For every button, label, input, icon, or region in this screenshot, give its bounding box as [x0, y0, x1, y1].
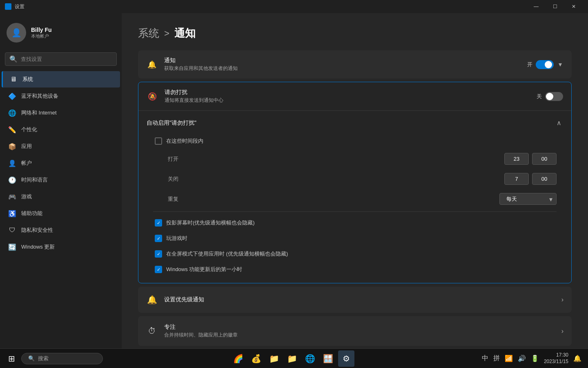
- taskbar-app-folder1[interactable]: 📁: [266, 350, 283, 367]
- taskbar-app-store[interactable]: 🪟: [320, 350, 336, 367]
- taskbar-app-folder2[interactable]: 📁: [284, 350, 301, 367]
- titlebar: 设置 — ☐ ✕: [0, 0, 588, 13]
- open-hour-input[interactable]: 23: [504, 153, 529, 165]
- dnd-text: 请勿打扰 通知将直接发送到通知中心: [165, 89, 530, 104]
- breadcrumb-separator: >: [164, 28, 169, 39]
- focus-card[interactable]: ⏱ 专注 合并持续时间、隐藏应用上的徽章 ›: [138, 316, 572, 346]
- repeat-select[interactable]: 每天 工作日 周末: [499, 193, 557, 205]
- dnd-card: 🔕 请勿打扰 通知将直接发送到通知中心 关 自动启用"请勿打扰" ∧: [138, 82, 572, 283]
- sidebar-label-accessibility: 辅助功能: [21, 210, 42, 217]
- close-hour-input[interactable]: 7: [504, 173, 529, 185]
- taskbar-volume[interactable]: 🔊: [518, 355, 526, 362]
- search-bar[interactable]: 🔍: [5, 52, 117, 66]
- win-update-checkbox[interactable]: [155, 266, 162, 273]
- taskbar-search-label: 搜索: [38, 355, 49, 362]
- notification-text: 通知 获取来自应用和其他发送者的通知: [164, 57, 521, 72]
- dnd-icon: 🔕: [147, 91, 158, 102]
- user-name: Billy Fu: [31, 27, 52, 33]
- sidebar-label-personalize: 个性化: [21, 126, 37, 133]
- user-subtitle: 本地帐户: [31, 33, 52, 39]
- main-content: 系统 > 通知 🔔 通知 获取来自应用和其他发送者的通知 开 ▾: [122, 13, 588, 368]
- sidebar-item-system[interactable]: 🖥 系统: [2, 71, 120, 88]
- sidebar-item-apps[interactable]: 📦 应用: [2, 138, 120, 155]
- repeat-label: 重复: [168, 195, 178, 203]
- auto-dnd-collapse-btn[interactable]: ∧: [555, 117, 563, 128]
- breadcrumb-parent: 系统: [138, 26, 159, 40]
- dnd-toggle-area: 关: [537, 92, 563, 101]
- sidebar-item-personalize[interactable]: ✏️ 个性化: [2, 121, 120, 138]
- auto-dnd-label: 自动启用"请勿打扰": [147, 119, 196, 127]
- sidebar-item-accessibility[interactable]: ♿ 辅助功能: [2, 205, 120, 222]
- close-min-input[interactable]: 00: [532, 173, 557, 185]
- fullscreen-checkbox[interactable]: [155, 250, 162, 258]
- maximize-button[interactable]: ☐: [546, 0, 564, 13]
- sidebar-item-accounts[interactable]: 👤 帐户: [2, 155, 120, 171]
- taskbar-ime2: 拼: [493, 354, 500, 363]
- time-icon: 🕐: [8, 176, 16, 184]
- update-icon: 🔄: [8, 243, 16, 251]
- auto-dnd-title: 自动启用"请勿打扰" ∧: [147, 117, 563, 133]
- accounts-icon: 👤: [8, 159, 16, 167]
- notification-expand-btn[interactable]: ▾: [557, 59, 564, 70]
- sidebar-item-gaming[interactable]: 🎮 游戏: [2, 188, 120, 205]
- network-icon: 🌐: [8, 109, 16, 117]
- auto-dnd-section: 自动启用"请勿打扰" ∧ 在这些时间段内 打开 23 00: [138, 111, 571, 283]
- taskbar-time: 17:302023/11/15: [544, 352, 568, 365]
- app-icon: [5, 3, 11, 10]
- project-screen-checkbox[interactable]: [155, 219, 162, 227]
- bluetooth-icon: 🔷: [8, 92, 16, 100]
- schedule-checkbox-row: 在这些时间段内: [147, 133, 563, 149]
- sidebar-item-privacy[interactable]: 🛡 隐私和安全性: [2, 222, 120, 238]
- user-section: 👤 Billy Fu 本地帐户: [0, 13, 122, 49]
- taskbar-app-settings[interactable]: ⚙: [338, 350, 354, 367]
- dnd-toggle-label: 关: [537, 93, 542, 100]
- notification-row: 🔔 通知 获取来自应用和其他发送者的通知 开 ▾: [138, 50, 572, 79]
- taskbar-notification-bell[interactable]: 🔔: [573, 355, 581, 362]
- sidebar-item-bluetooth[interactable]: 🔷 蓝牙和其他设备: [2, 88, 120, 104]
- taskbar-app-finance[interactable]: 💰: [248, 350, 265, 367]
- open-min-input[interactable]: 00: [532, 153, 557, 165]
- sidebar-item-time[interactable]: 🕐 时间和语言: [2, 172, 120, 188]
- focus-text: 专注 合并持续时间、隐藏应用上的徽章: [164, 323, 555, 339]
- fullscreen-row: 在全屏模式下使用应用时 (优先级通知横幅也会隐藏): [147, 246, 563, 262]
- avatar: 👤: [7, 23, 26, 43]
- taskbar-right: 中 拼 📶 🔊 🔋 17:302023/11/15 🔔: [482, 352, 585, 365]
- sidebar-item-network[interactable]: 🌐 网络和 Internet: [2, 105, 120, 121]
- user-info: Billy Fu 本地帐户: [31, 27, 52, 39]
- focus-arrow: ›: [561, 328, 564, 335]
- sidebar-label-bluetooth: 蓝牙和其他设备: [21, 92, 58, 100]
- minimize-button[interactable]: —: [527, 0, 546, 13]
- taskbar-ime1: 中: [482, 354, 488, 363]
- priority-notify-row[interactable]: 🔔 设置优先级通知 ›: [138, 287, 572, 313]
- priority-notify-card[interactable]: 🔔 设置优先级通知 ›: [138, 287, 572, 313]
- open-label: 打开: [168, 155, 192, 163]
- taskbar-app-edge[interactable]: 🌐: [302, 350, 318, 367]
- gaming-checkbox[interactable]: [155, 235, 162, 242]
- dnd-toggle[interactable]: [545, 92, 563, 101]
- taskbar-search[interactable]: 🔍 搜索: [21, 353, 103, 364]
- schedule-checkbox[interactable]: [155, 137, 162, 145]
- app-container: 👤 Billy Fu 本地帐户 🔍 🖥 系统 🔷 蓝牙和其他设备 🌐 网络和 I…: [0, 13, 588, 368]
- focus-row[interactable]: ⏱ 专注 合并持续时间、隐藏应用上的徽章 ›: [138, 316, 572, 346]
- taskbar-wifi[interactable]: 📶: [505, 355, 513, 362]
- close-button[interactable]: ✕: [564, 0, 583, 13]
- search-input[interactable]: [21, 56, 112, 62]
- divider-1: [153, 211, 557, 212]
- notification-toggle[interactable]: [536, 60, 554, 69]
- sidebar-label-accounts: 帐户: [21, 159, 32, 167]
- titlebar-title: 设置: [15, 3, 24, 10]
- taskbar: ⊞ 🔍 搜索 🌈 💰 📁 📁 🌐 🪟 ⚙ 中 拼 📶 🔊 🔋 17:302023…: [0, 348, 588, 368]
- sidebar-label-apps: 应用: [21, 143, 32, 150]
- toggle-thumb: [545, 61, 552, 68]
- accessibility-icon: ♿: [8, 209, 16, 218]
- priority-icon: 🔔: [146, 294, 158, 305]
- personalize-icon: ✏️: [8, 126, 16, 134]
- taskbar-app-rainbow[interactable]: 🌈: [230, 350, 247, 367]
- start-button[interactable]: ⊞: [3, 350, 20, 367]
- taskbar-apps: 🌈 💰 📁 📁 🌐 🪟 ⚙: [105, 350, 480, 367]
- window-controls: — ☐ ✕: [527, 0, 583, 13]
- sidebar-item-windows-update[interactable]: 🔄 Windows 更新: [2, 239, 120, 255]
- notification-title: 通知: [164, 57, 521, 64]
- taskbar-battery: 🔋: [531, 355, 539, 362]
- dnd-toggle-thumb: [546, 93, 553, 100]
